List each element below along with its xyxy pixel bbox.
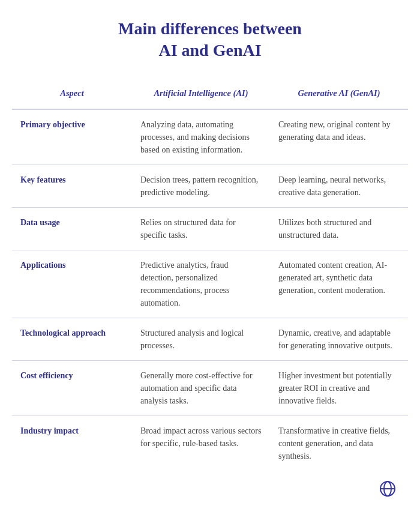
cell-aspect: Technological approach: [12, 318, 132, 360]
cell-genai: Dynamic, creative, and adaptable for gen…: [270, 318, 408, 360]
cell-aspect: Industry impact: [12, 416, 132, 471]
cell-ai: Decision trees, pattern recognition, pre…: [132, 165, 270, 207]
table-row: Data usageRelies on structured data for …: [12, 207, 408, 250]
table-row: Cost efficiencyGenerally more cost-effec…: [12, 360, 408, 416]
table-row: Primary objectiveAnalyzing data, automat…: [12, 109, 408, 165]
table-row: Technological approachStructured analysi…: [12, 318, 408, 360]
header-aspect: Aspect: [12, 79, 132, 109]
cell-genai: Automated content creation, AI-generated…: [270, 250, 408, 318]
page-title: Main differences between AI and GenAI: [118, 18, 302, 62]
cell-aspect: Data usage: [12, 207, 132, 250]
table-row: Key featuresDecision trees, pattern reco…: [12, 165, 408, 207]
cell-ai: Broad impact across various sectors for …: [132, 416, 270, 471]
cell-ai: Generally more cost-effective for automa…: [132, 360, 270, 416]
cell-aspect: Applications: [12, 250, 132, 318]
cell-aspect: Cost efficiency: [12, 360, 132, 416]
cell-genai: Creating new, original content by genera…: [270, 109, 408, 165]
cell-aspect: Primary objective: [12, 109, 132, 165]
cell-ai: Relies on structured data for specific t…: [132, 207, 270, 250]
cell-aspect: Key features: [12, 165, 132, 207]
cell-ai: Analyzing data, automating processes, an…: [132, 109, 270, 165]
cell-genai: Deep learning, neural networks, creative…: [270, 165, 408, 207]
cell-genai: Higher investment but potentially greate…: [270, 360, 408, 416]
header-genai: Generative AI (GenAI): [270, 79, 408, 109]
table-header-row: Aspect Artificial Intelligence (AI) Gene…: [12, 79, 408, 109]
cell-genai: Utilizes both structured and unstructure…: [270, 207, 408, 250]
header-ai: Artificial Intelligence (AI): [132, 79, 270, 109]
table-row: Industry impactBroad impact across vario…: [12, 416, 408, 471]
cell-ai: Structured analysis and logical processe…: [132, 318, 270, 360]
footer-logo: [379, 480, 396, 500]
table-row: ApplicationsPredictive analytics, fraud …: [12, 250, 408, 318]
comparison-table: Aspect Artificial Intelligence (AI) Gene…: [12, 79, 408, 471]
cell-ai: Predictive analytics, fraud detection, p…: [132, 250, 270, 318]
cell-genai: Transformative in creative fields, conte…: [270, 416, 408, 471]
